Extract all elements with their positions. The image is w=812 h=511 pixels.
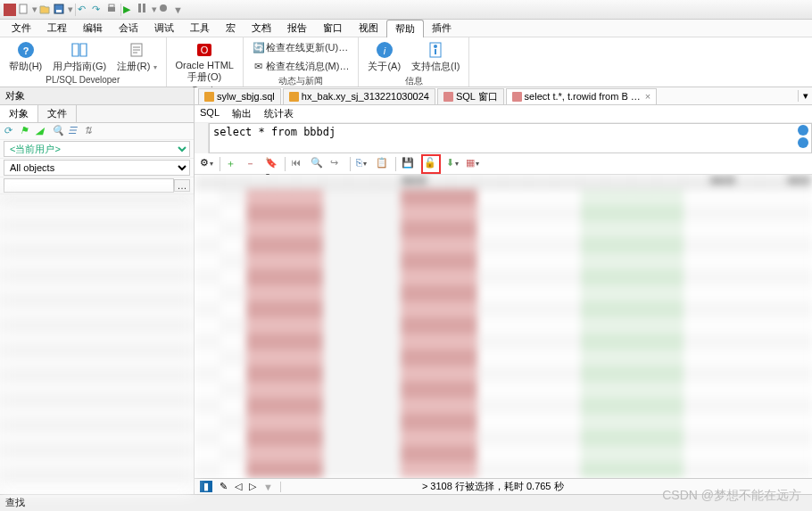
highlighted-button[interactable]: 🔓: [421, 154, 441, 174]
tab-label: sylw_sbjg.sql: [217, 91, 275, 102]
first-icon[interactable]: ⏮: [291, 157, 305, 171]
object-sidebar: 对象 对象 文件 ⟳ ⚑ ◢ 🔍 ☰ ⇅ <当前用户> All objects …: [0, 87, 195, 494]
object-type-select[interactable]: All objects: [4, 160, 190, 176]
menu-edit[interactable]: 编辑: [75, 20, 111, 37]
user-guide-button[interactable]: 用户指南(G): [49, 39, 110, 75]
check-updates-button[interactable]: 🔄检查在线更新(U)…: [249, 39, 352, 56]
oracle-icon: O: [195, 41, 213, 59]
app-icon: [4, 4, 16, 16]
paste-icon[interactable]: 📋: [376, 157, 390, 171]
menu-view[interactable]: 视图: [351, 20, 386, 37]
filter-go-button[interactable]: …: [174, 179, 190, 192]
delete-row-icon[interactable]: －: [245, 157, 260, 171]
help-button[interactable]: ?帮助(H): [5, 39, 46, 75]
ribbon: ?帮助(H) 用户指南(G) 注册(R) ▾ PL/SQL Developer …: [0, 37, 812, 87]
document-tab[interactable]: select t.*, t.rowid from B …×: [506, 88, 658, 104]
nav-next-icon[interactable]: ▷: [249, 481, 256, 492]
gear-icon[interactable]: ⚙: [200, 157, 214, 171]
tab-stats[interactable]: 统计表: [264, 107, 294, 120]
about-button[interactable]: i关于(A): [364, 39, 404, 75]
msg-icon: ✉: [253, 61, 265, 73]
register-button[interactable]: 注册(R) ▾: [113, 39, 160, 75]
sql-window-icon: [512, 92, 522, 102]
flag-icon[interactable]: ⚑: [20, 125, 32, 137]
sort-icon[interactable]: ⇅: [84, 125, 96, 137]
document-tab[interactable]: sylw_sbjg.sql: [198, 88, 281, 104]
svg-rect-0: [4, 4, 16, 16]
save-icon[interactable]: [54, 4, 66, 16]
tab-sql[interactable]: SQL: [200, 107, 220, 120]
nav-down-icon[interactable]: [798, 137, 808, 148]
sidebar-tab-files[interactable]: 文件: [38, 105, 77, 122]
export-icon[interactable]: ⬇: [446, 157, 460, 171]
svg-text:O: O: [201, 45, 209, 55]
menu-report[interactable]: 报告: [279, 20, 315, 37]
document-tab[interactable]: SQL 窗口: [437, 88, 504, 104]
check-icon: 🔄: [253, 42, 265, 54]
add-row-icon[interactable]: ＋: [226, 157, 240, 171]
sql-window-icon: [443, 92, 453, 102]
menu-tools[interactable]: 工具: [182, 20, 218, 37]
redo-icon[interactable]: ↷: [92, 4, 104, 16]
sql-editor-area: [195, 123, 812, 153]
find-icon[interactable]: 🔍: [52, 125, 64, 137]
menu-macro[interactable]: 宏: [218, 20, 244, 37]
svg-rect-20: [289, 92, 299, 102]
footer-bar: 查找: [0, 494, 812, 510]
object-filter-input[interactable]: [4, 178, 174, 193]
close-icon[interactable]: ×: [645, 91, 650, 102]
nav-up-icon[interactable]: [798, 125, 808, 136]
svg-rect-6: [138, 4, 141, 12]
check-messages-button[interactable]: ✉检查在线消息(M)…: [249, 58, 353, 75]
support-info-button[interactable]: 支持信息(I): [408, 39, 463, 75]
svg-rect-4: [108, 7, 115, 12]
sidebar-tabs: 对象 文件: [0, 105, 194, 123]
user-select[interactable]: <当前用户>: [4, 141, 190, 157]
copy-icon[interactable]: ⎘: [356, 157, 370, 171]
menu-debug[interactable]: 调试: [146, 20, 182, 37]
open-icon[interactable]: [39, 4, 52, 16]
goto-icon[interactable]: ↪: [330, 157, 344, 171]
tab-output[interactable]: 输出: [232, 107, 252, 120]
menu-project[interactable]: 工程: [39, 20, 75, 37]
lock-edit-icon[interactable]: 🔓: [424, 157, 438, 171]
save-icon[interactable]: 💾: [402, 157, 416, 171]
grid-color-icon[interactable]: ▦: [466, 157, 480, 171]
document-tab[interactable]: hx_bak.xy_sj_313221030024: [283, 88, 435, 104]
nav-prev-icon[interactable]: ◁: [235, 481, 242, 492]
sql-sub-tabs: SQL 输出 统计表: [195, 105, 812, 123]
undo-icon[interactable]: ↶: [78, 4, 90, 16]
menu-session[interactable]: 会话: [111, 20, 146, 37]
menu-window[interactable]: 窗口: [315, 20, 351, 37]
stop-icon[interactable]: [159, 4, 171, 16]
filter-icon[interactable]: ☰: [68, 125, 80, 137]
find-label: 查找: [5, 497, 25, 507]
menu-document[interactable]: 文档: [244, 20, 279, 37]
row-editor-icon[interactable]: ✎: [220, 481, 228, 492]
svg-rect-3: [56, 10, 62, 12]
menu-plugin[interactable]: 插件: [424, 20, 460, 37]
find-icon[interactable]: 🔍: [311, 157, 325, 171]
sql-editor[interactable]: [209, 123, 812, 153]
menu-help[interactable]: 帮助: [386, 20, 424, 37]
sidebar-toolbar: ⟳ ⚑ ◢ 🔍 ☰ ⇅: [0, 123, 194, 140]
svg-rect-5: [109, 4, 114, 7]
new-icon[interactable]: [18, 4, 30, 16]
result-grid[interactable]: BAOBMCBAOBLMOD!: [195, 175, 812, 478]
refresh-icon[interactable]: ⟳: [4, 125, 16, 137]
ribbon-group-title: PL/SQL Developer: [46, 75, 120, 85]
bookmark-icon[interactable]: 🔖: [265, 157, 279, 171]
tabs-dropdown-icon[interactable]: ▾: [798, 90, 812, 102]
svg-rect-7: [143, 4, 145, 12]
menu-file[interactable]: 文件: [4, 20, 39, 37]
svg-rect-22: [512, 92, 522, 102]
note-icon: [128, 41, 145, 59]
sidebar-tab-objects[interactable]: 对象: [0, 105, 38, 122]
ribbon-group-title: 信息: [405, 75, 423, 87]
tab-label: select t.*, t.rowid from B …: [525, 91, 641, 102]
oracle-manual-button[interactable]: OOracle HTML 手册(O): [172, 39, 237, 86]
pause-icon[interactable]: [137, 4, 150, 16]
print-icon[interactable]: [106, 4, 119, 16]
collapse-icon[interactable]: ◢: [36, 125, 48, 137]
run-icon[interactable]: ▶: [123, 4, 136, 16]
